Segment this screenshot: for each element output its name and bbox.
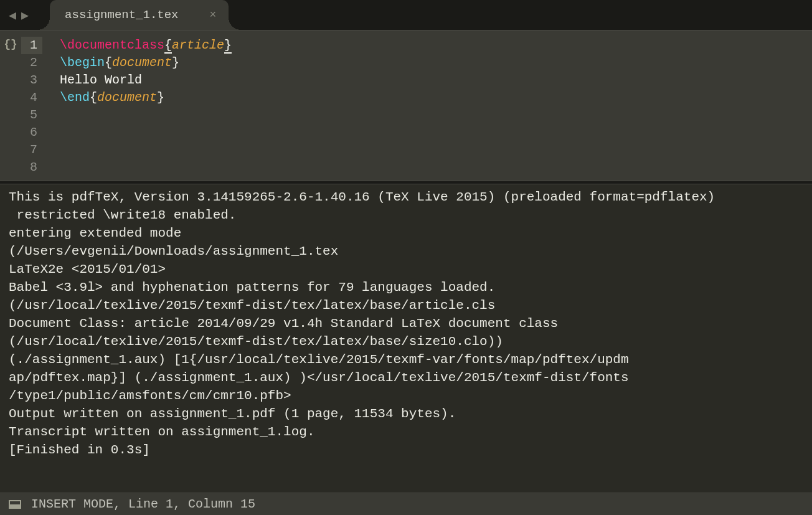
console-output: This is pdfTeX, Version 3.14159265-2.6-1…	[9, 190, 715, 457]
close-icon[interactable]: ×	[210, 9, 217, 21]
latex-argument: article	[172, 38, 224, 52]
line-number: 4	[21, 89, 37, 106]
build-output-panel[interactable]: This is pdfTeX, Version 3.14159265-2.6-1…	[0, 184, 812, 493]
panel-toggle-icon[interactable]	[9, 500, 21, 509]
latex-command: \begin	[60, 55, 105, 70]
code-line[interactable]: \end{document}	[60, 89, 812, 106]
line-number: 8	[21, 159, 37, 176]
line-number: 7	[21, 141, 37, 159]
brace-open: {	[90, 90, 97, 105]
brace-close: }	[224, 38, 232, 54]
brackets-icon: {}	[4, 38, 17, 50]
brace-open: {	[164, 38, 172, 54]
code-line[interactable]: Hello World	[60, 72, 812, 89]
latex-argument: document	[112, 55, 172, 70]
line-number: 2	[21, 54, 37, 72]
code-line[interactable]: \begin{document}	[60, 54, 812, 72]
brace-close: }	[172, 55, 179, 70]
line-number: 6	[21, 124, 37, 141]
line-number: 1	[21, 37, 42, 54]
nav-back-icon[interactable]: ◀	[9, 7, 16, 23]
code-line[interactable]: \documentclass{article}	[60, 37, 812, 54]
file-tab[interactable]: assignment_1.tex ×	[50, 0, 229, 30]
latex-argument: document	[97, 90, 157, 105]
status-bar: INSERT MODE, Line 1, Column 15	[0, 493, 812, 515]
code-content[interactable]: \documentclass{article} \begin{document}…	[42, 31, 812, 181]
latex-command: \end	[60, 90, 90, 105]
tab-filename: assignment_1.tex	[65, 8, 178, 22]
line-number: 5	[21, 106, 37, 124]
status-text: INSERT MODE, Line 1, Column 15	[31, 497, 255, 511]
latex-command: \documentclass	[60, 38, 164, 52]
editor-area[interactable]: {} 1 2 3 4 5 6 7 8 \documentclass{articl…	[0, 30, 812, 181]
brace-open: {	[105, 55, 112, 70]
tab-bar: ◀ ▶ assignment_1.tex ×	[0, 0, 812, 30]
nav-forward-icon[interactable]: ▶	[21, 7, 29, 23]
line-number-gutter: 1 2 3 4 5 6 7 8	[21, 31, 42, 181]
code-text: Hello World	[60, 73, 142, 87]
line-number: 3	[21, 72, 37, 89]
fold-gutter: {}	[0, 31, 21, 181]
brace-close: }	[157, 90, 164, 105]
nav-arrows: ◀ ▶	[0, 7, 37, 23]
